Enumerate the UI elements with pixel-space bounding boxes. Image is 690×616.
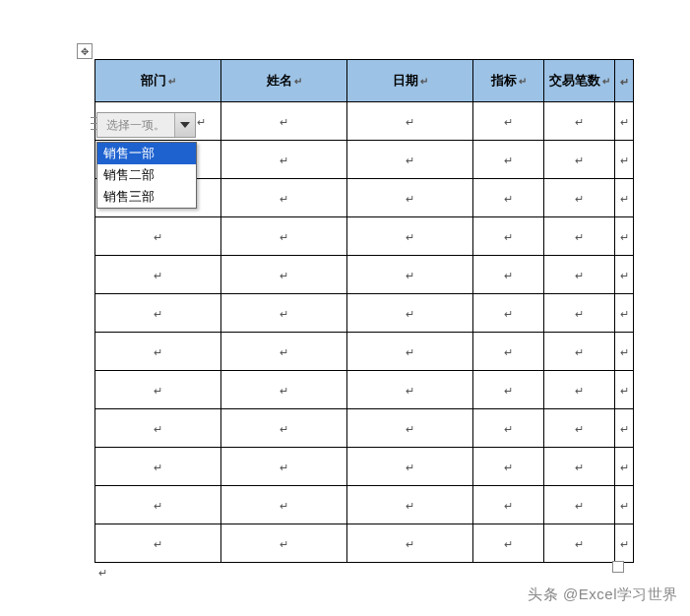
content-control-dropdown[interactable]: 选择一项。 销售一部销售二部销售三部 xyxy=(96,112,196,138)
paragraph-mark-icon: ↵ xyxy=(575,346,584,358)
table-cell[interactable]: ↵ xyxy=(473,371,544,409)
table-cell[interactable]: ↵ xyxy=(473,217,544,256)
table-row: ↵↵↵↵↵↵ xyxy=(95,486,634,524)
table-cell[interactable]: ↵ xyxy=(473,409,544,448)
table-cell[interactable]: ↵ xyxy=(473,486,544,524)
table-cell[interactable]: ↵ xyxy=(544,371,615,409)
table-cell[interactable]: ↵ xyxy=(95,371,221,409)
table-cell[interactable]: ↵ xyxy=(221,141,347,179)
row-end-mark: ↵ xyxy=(615,102,634,141)
table-cell[interactable]: ↵ xyxy=(347,371,473,409)
table-cell[interactable]: ↵ xyxy=(544,486,615,524)
table-cell[interactable]: ↵ xyxy=(221,294,347,333)
table-cell[interactable]: ↵ xyxy=(347,448,473,486)
table-cell[interactable]: ↵ xyxy=(544,217,615,256)
paragraph-mark-icon: ↵ xyxy=(98,567,107,580)
table-cell[interactable]: ↵ xyxy=(95,294,221,333)
table-cell[interactable]: ↵ xyxy=(95,256,221,294)
table-cell[interactable]: ↵ xyxy=(347,141,473,179)
paragraph-mark-icon: ↵ xyxy=(575,270,584,281)
table-cell[interactable]: ↵ xyxy=(221,486,347,524)
table-row: ↵↵↵↵↵↵ xyxy=(95,333,634,371)
table-cell[interactable]: ↵ xyxy=(544,141,615,179)
dropdown-placeholder[interactable]: 选择一项。 xyxy=(97,113,175,137)
table-cell[interactable]: ↵ xyxy=(347,179,473,217)
table-cell[interactable]: ↵ xyxy=(221,333,347,371)
table-cell[interactable]: ↵ xyxy=(95,524,221,563)
paragraph-mark-icon: ↵ xyxy=(504,423,513,435)
row-end-mark: ↵ xyxy=(615,524,634,563)
table-cell[interactable]: ↵ xyxy=(221,409,347,448)
table-cell[interactable]: ↵ xyxy=(347,294,473,333)
row-end-mark: ↵ xyxy=(615,486,634,524)
table-row: ↵↵↵↵↵↵ xyxy=(95,294,634,333)
table-cell[interactable]: ↵ xyxy=(473,524,544,563)
table-cell[interactable]: ↵ xyxy=(95,448,221,486)
row-end-mark: ↵ xyxy=(615,371,634,409)
table-cell[interactable]: ↵ xyxy=(473,179,544,217)
table-cell[interactable]: ↵ xyxy=(347,217,473,256)
paragraph-mark-icon: ↵ xyxy=(197,116,206,128)
paragraph-mark-icon: ↵ xyxy=(519,76,527,87)
table-row: ↵↵↵↵↵↵ xyxy=(95,256,634,294)
paragraph-mark-icon: ↵ xyxy=(154,270,162,281)
table-cell[interactable]: ↵ xyxy=(221,524,347,563)
paragraph-mark-icon: ↵ xyxy=(406,193,414,205)
content-control-handle-icon[interactable] xyxy=(91,114,96,132)
table-cell[interactable]: ↵ xyxy=(95,217,221,256)
dropdown-option[interactable]: 销售一部 xyxy=(97,143,196,164)
table-cell[interactable]: ↵ xyxy=(473,294,544,333)
table-cell[interactable]: ↵ xyxy=(221,102,347,141)
row-end-mark: ↵ xyxy=(615,333,634,371)
table-cell[interactable]: ↵ xyxy=(347,409,473,448)
paragraph-mark-icon: ↵ xyxy=(154,462,162,473)
table-cell[interactable]: ↵ xyxy=(473,256,544,294)
header-dept: 部门↵ xyxy=(95,60,221,102)
chevron-down-icon xyxy=(180,122,190,128)
paragraph-mark-icon: ↵ xyxy=(280,116,288,128)
table-cell[interactable]: ↵ xyxy=(347,102,473,141)
table-cell[interactable]: ↵ xyxy=(544,256,615,294)
paragraph-mark-icon: ↵ xyxy=(406,538,414,550)
table-cell[interactable]: ↵ xyxy=(473,141,544,179)
header-date: 日期↵ xyxy=(347,60,473,102)
paragraph-mark-icon: ↵ xyxy=(504,308,513,320)
row-end-mark: ↵ xyxy=(615,179,634,217)
table-cell[interactable]: ↵ xyxy=(544,448,615,486)
paragraph-mark-icon: ↵ xyxy=(154,423,162,435)
table-cell[interactable]: ↵ xyxy=(221,371,347,409)
table-cell[interactable]: ↵ xyxy=(95,409,221,448)
table-cell[interactable]: ↵ xyxy=(544,179,615,217)
table-cell[interactable]: ↵ xyxy=(221,448,347,486)
table-cell[interactable]: ↵ xyxy=(473,448,544,486)
table-cell[interactable]: ↵ xyxy=(221,256,347,294)
table-cell[interactable]: ↵ xyxy=(221,217,347,256)
table-cell[interactable]: ↵ xyxy=(347,486,473,524)
paragraph-mark-icon: ↵ xyxy=(575,538,584,550)
table-move-handle[interactable]: ✥ xyxy=(77,43,93,59)
table-resize-handle[interactable] xyxy=(612,561,624,573)
dropdown-option[interactable]: 销售三部 xyxy=(97,186,196,208)
table-cell[interactable]: ↵ xyxy=(544,524,615,563)
dropdown-toggle-button[interactable] xyxy=(175,113,195,137)
row-end-mark: ↵ xyxy=(615,141,634,179)
table-cell[interactable]: ↵ xyxy=(544,294,615,333)
paragraph-mark-icon: ↵ xyxy=(280,500,288,512)
table-cell[interactable]: ↵ xyxy=(95,333,221,371)
table-cell[interactable]: ↵ xyxy=(473,102,544,141)
table-cell[interactable]: ↵ xyxy=(347,333,473,371)
table-cell[interactable]: ↵ xyxy=(347,524,473,563)
dropdown-option[interactable]: 销售二部 xyxy=(97,164,196,186)
table-cell[interactable]: ↵ xyxy=(544,409,615,448)
paragraph-mark-icon: ↵ xyxy=(575,385,584,397)
table-cell[interactable]: ↵ xyxy=(95,486,221,524)
table-cell[interactable]: ↵ xyxy=(221,179,347,217)
table-row: ↵↵↵↵↵↵ xyxy=(95,371,634,409)
table-cell[interactable]: ↵ xyxy=(347,256,473,294)
paragraph-mark-icon: ↵ xyxy=(280,423,288,435)
table-cell[interactable]: ↵ xyxy=(473,333,544,371)
table-cell[interactable]: ↵ xyxy=(544,333,615,371)
paragraph-mark-icon: ↵ xyxy=(280,538,288,550)
paragraph-mark-icon: ↵ xyxy=(154,308,162,320)
table-cell[interactable]: ↵ xyxy=(544,102,615,141)
